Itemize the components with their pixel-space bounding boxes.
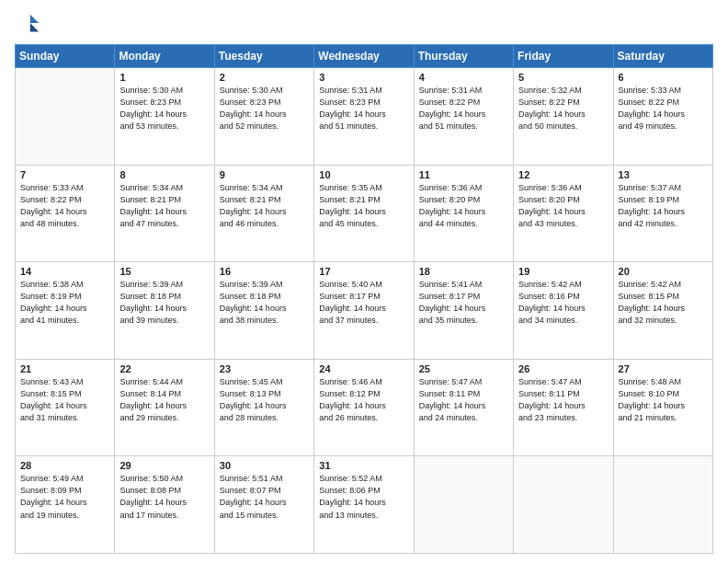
calendar-cell: 6Sunrise: 5:33 AM Sunset: 8:22 PM Daylig… (613, 68, 712, 166)
day-number: 15 (119, 266, 209, 277)
day-number: 22 (119, 363, 209, 374)
calendar-cell: 16Sunrise: 5:39 AM Sunset: 8:18 PM Dayli… (214, 262, 313, 360)
calendar: SundayMondayTuesdayWednesdayThursdayFrid… (15, 44, 713, 554)
calendar-cell (414, 456, 513, 554)
day-info: Sunrise: 5:31 AM Sunset: 8:22 PM Dayligh… (419, 85, 508, 132)
header (15, 11, 713, 37)
calendar-day-header: Saturday (613, 45, 712, 68)
day-number: 23 (220, 363, 309, 374)
day-info: Sunrise: 5:43 AM Sunset: 8:15 PM Dayligh… (20, 376, 109, 424)
day-number: 6 (619, 72, 708, 83)
day-info: Sunrise: 5:47 AM Sunset: 8:11 PM Dayligh… (419, 376, 508, 424)
day-number: 21 (20, 363, 109, 374)
calendar-cell: 19Sunrise: 5:42 AM Sunset: 8:16 PM Dayli… (514, 262, 613, 360)
page: SundayMondayTuesdayWednesdayThursdayFrid… (0, 0, 728, 563)
day-info: Sunrise: 5:39 AM Sunset: 8:18 PM Dayligh… (119, 279, 209, 327)
day-info: Sunrise: 5:31 AM Sunset: 8:23 PM Dayligh… (319, 85, 408, 132)
calendar-day-header: Monday (115, 45, 214, 68)
calendar-cell: 23Sunrise: 5:45 AM Sunset: 8:13 PM Dayli… (214, 359, 313, 456)
calendar-cell: 24Sunrise: 5:46 AM Sunset: 8:12 PM Dayli… (314, 359, 414, 456)
calendar-cell: 25Sunrise: 5:47 AM Sunset: 8:11 PM Dayli… (414, 359, 513, 456)
calendar-cell: 17Sunrise: 5:40 AM Sunset: 8:17 PM Dayli… (314, 262, 414, 360)
day-info: Sunrise: 5:47 AM Sunset: 8:11 PM Dayligh… (518, 376, 608, 424)
calendar-cell: 7Sunrise: 5:33 AM Sunset: 8:22 PM Daylig… (16, 165, 115, 262)
day-info: Sunrise: 5:42 AM Sunset: 8:16 PM Dayligh… (518, 279, 608, 327)
calendar-cell: 28Sunrise: 5:49 AM Sunset: 8:09 PM Dayli… (16, 456, 115, 554)
calendar-cell: 11Sunrise: 5:36 AM Sunset: 8:20 PM Dayli… (414, 165, 513, 262)
day-number: 5 (518, 72, 608, 83)
calendar-cell: 13Sunrise: 5:37 AM Sunset: 8:19 PM Dayli… (613, 165, 712, 262)
day-info: Sunrise: 5:32 AM Sunset: 8:22 PM Dayligh… (518, 85, 608, 132)
svg-marker-1 (30, 23, 39, 31)
day-info: Sunrise: 5:35 AM Sunset: 8:21 PM Dayligh… (319, 182, 408, 230)
day-number: 11 (419, 169, 508, 180)
calendar-week-row: 14Sunrise: 5:38 AM Sunset: 8:19 PM Dayli… (16, 262, 713, 360)
calendar-week-row: 7Sunrise: 5:33 AM Sunset: 8:22 PM Daylig… (16, 165, 713, 262)
day-number: 4 (419, 72, 508, 83)
day-info: Sunrise: 5:39 AM Sunset: 8:18 PM Dayligh… (220, 279, 309, 327)
logo-icon (15, 11, 40, 37)
day-number: 10 (319, 169, 408, 180)
day-number: 18 (419, 266, 508, 277)
day-info: Sunrise: 5:50 AM Sunset: 8:08 PM Dayligh… (119, 473, 209, 521)
calendar-cell: 21Sunrise: 5:43 AM Sunset: 8:15 PM Dayli… (16, 359, 115, 456)
calendar-table: SundayMondayTuesdayWednesdayThursdayFrid… (15, 44, 713, 554)
calendar-cell (514, 456, 613, 554)
calendar-cell (613, 456, 712, 554)
day-info: Sunrise: 5:30 AM Sunset: 8:23 PM Dayligh… (220, 85, 309, 132)
calendar-cell: 18Sunrise: 5:41 AM Sunset: 8:17 PM Dayli… (414, 262, 513, 360)
calendar-cell: 30Sunrise: 5:51 AM Sunset: 8:07 PM Dayli… (214, 456, 313, 554)
day-number: 19 (518, 266, 608, 277)
day-info: Sunrise: 5:34 AM Sunset: 8:21 PM Dayligh… (220, 182, 309, 230)
calendar-day-header: Wednesday (314, 45, 414, 68)
day-number: 17 (319, 266, 408, 277)
calendar-cell: 10Sunrise: 5:35 AM Sunset: 8:21 PM Dayli… (314, 165, 414, 262)
day-number: 14 (20, 266, 109, 277)
calendar-week-row: 28Sunrise: 5:49 AM Sunset: 8:09 PM Dayli… (16, 456, 713, 554)
calendar-cell: 14Sunrise: 5:38 AM Sunset: 8:19 PM Dayli… (16, 262, 115, 360)
day-info: Sunrise: 5:49 AM Sunset: 8:09 PM Dayligh… (20, 473, 109, 521)
day-number: 20 (619, 266, 708, 277)
calendar-cell: 20Sunrise: 5:42 AM Sunset: 8:15 PM Dayli… (613, 262, 712, 360)
day-number: 13 (619, 169, 708, 180)
day-info: Sunrise: 5:51 AM Sunset: 8:07 PM Dayligh… (220, 473, 309, 521)
calendar-cell: 8Sunrise: 5:34 AM Sunset: 8:21 PM Daylig… (115, 165, 214, 262)
calendar-cell: 31Sunrise: 5:52 AM Sunset: 8:06 PM Dayli… (314, 456, 414, 554)
day-info: Sunrise: 5:46 AM Sunset: 8:12 PM Dayligh… (319, 376, 408, 424)
calendar-day-header: Tuesday (214, 45, 313, 68)
day-number: 8 (119, 169, 209, 180)
day-info: Sunrise: 5:38 AM Sunset: 8:19 PM Dayligh… (20, 279, 109, 327)
day-number: 30 (220, 460, 309, 471)
calendar-day-header: Sunday (16, 45, 115, 68)
day-number: 9 (220, 169, 309, 180)
day-info: Sunrise: 5:30 AM Sunset: 8:23 PM Dayligh… (119, 85, 209, 132)
day-number: 25 (419, 363, 508, 374)
calendar-week-row: 1Sunrise: 5:30 AM Sunset: 8:23 PM Daylig… (16, 68, 713, 166)
day-number: 24 (319, 363, 408, 374)
calendar-cell: 12Sunrise: 5:36 AM Sunset: 8:20 PM Dayli… (514, 165, 613, 262)
calendar-day-header: Thursday (414, 45, 513, 68)
day-number: 28 (20, 460, 109, 471)
day-info: Sunrise: 5:41 AM Sunset: 8:17 PM Dayligh… (419, 279, 508, 327)
calendar-cell: 26Sunrise: 5:47 AM Sunset: 8:11 PM Dayli… (514, 359, 613, 456)
calendar-header-row: SundayMondayTuesdayWednesdayThursdayFrid… (16, 45, 713, 68)
day-info: Sunrise: 5:40 AM Sunset: 8:17 PM Dayligh… (319, 279, 408, 327)
calendar-cell: 22Sunrise: 5:44 AM Sunset: 8:14 PM Dayli… (115, 359, 214, 456)
day-info: Sunrise: 5:37 AM Sunset: 8:19 PM Dayligh… (619, 182, 708, 230)
svg-marker-0 (30, 15, 39, 23)
day-number: 16 (220, 266, 309, 277)
day-number: 12 (518, 169, 608, 180)
day-info: Sunrise: 5:33 AM Sunset: 8:22 PM Dayligh… (619, 85, 708, 132)
calendar-cell: 29Sunrise: 5:50 AM Sunset: 8:08 PM Dayli… (115, 456, 214, 554)
calendar-cell: 3Sunrise: 5:31 AM Sunset: 8:23 PM Daylig… (314, 68, 414, 166)
calendar-cell: 15Sunrise: 5:39 AM Sunset: 8:18 PM Dayli… (115, 262, 214, 360)
calendar-cell: 1Sunrise: 5:30 AM Sunset: 8:23 PM Daylig… (115, 68, 214, 166)
calendar-cell: 9Sunrise: 5:34 AM Sunset: 8:21 PM Daylig… (214, 165, 313, 262)
day-number: 26 (518, 363, 608, 374)
day-number: 29 (119, 460, 209, 471)
day-number: 31 (319, 460, 408, 471)
day-info: Sunrise: 5:34 AM Sunset: 8:21 PM Dayligh… (119, 182, 209, 230)
day-info: Sunrise: 5:33 AM Sunset: 8:22 PM Dayligh… (20, 182, 109, 230)
calendar-cell (16, 68, 115, 166)
day-number: 2 (220, 72, 309, 83)
